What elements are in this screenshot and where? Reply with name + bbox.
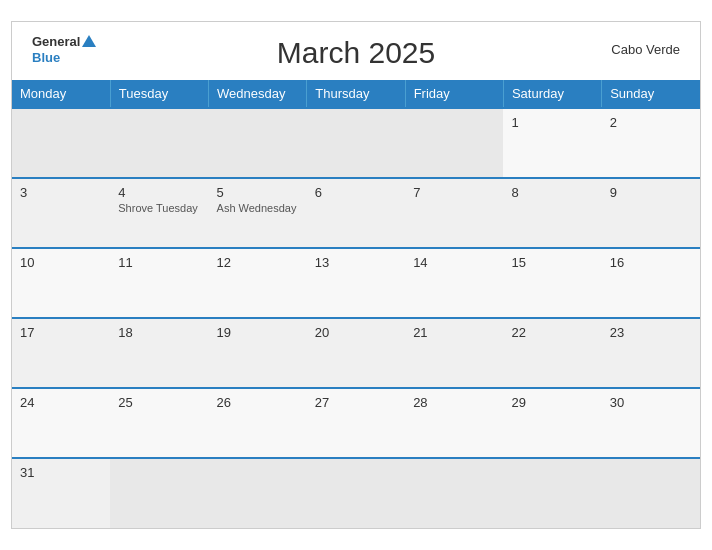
calendar-day-cell [307, 458, 405, 528]
calendar-day-cell: 1 [503, 108, 601, 178]
calendar-day-cell: 20 [307, 318, 405, 388]
calendar-day-cell: 25 [110, 388, 208, 458]
calendar-day-cell [110, 108, 208, 178]
day-number: 13 [315, 255, 397, 270]
calendar-day-cell: 8 [503, 178, 601, 248]
day-number: 19 [217, 325, 299, 340]
event-label: Shrove Tuesday [118, 202, 200, 214]
weekday-friday: Friday [405, 80, 503, 108]
weekday-saturday: Saturday [503, 80, 601, 108]
calendar-day-cell [307, 108, 405, 178]
calendar-day-cell: 21 [405, 318, 503, 388]
calendar-day-cell: 23 [602, 318, 700, 388]
calendar-week-row: 34Shrove Tuesday5Ash Wednesday6789 [12, 178, 700, 248]
calendar-day-cell: 3 [12, 178, 110, 248]
calendar-day-cell: 24 [12, 388, 110, 458]
calendar-week-row: 17181920212223 [12, 318, 700, 388]
calendar-header: General Blue March 2025 Cabo Verde [12, 22, 700, 80]
calendar-day-cell: 9 [602, 178, 700, 248]
calendar-day-cell: 27 [307, 388, 405, 458]
day-number: 26 [217, 395, 299, 410]
calendar-week-row: 10111213141516 [12, 248, 700, 318]
weekday-wednesday: Wednesday [209, 80, 307, 108]
weekday-monday: Monday [12, 80, 110, 108]
calendar-day-cell [12, 108, 110, 178]
calendar-day-cell: 19 [209, 318, 307, 388]
weekday-sunday: Sunday [602, 80, 700, 108]
calendar-week-row: 31 [12, 458, 700, 528]
calendar-day-cell: 4Shrove Tuesday [110, 178, 208, 248]
day-number: 7 [413, 185, 495, 200]
day-number: 29 [511, 395, 593, 410]
calendar-day-cell: 6 [307, 178, 405, 248]
weekday-tuesday: Tuesday [110, 80, 208, 108]
calendar-day-cell [209, 108, 307, 178]
calendar-day-cell: 2 [602, 108, 700, 178]
day-number: 8 [511, 185, 593, 200]
day-number: 15 [511, 255, 593, 270]
calendar-day-cell: 7 [405, 178, 503, 248]
calendar-day-cell [405, 108, 503, 178]
day-number: 28 [413, 395, 495, 410]
day-number: 30 [610, 395, 692, 410]
day-number: 1 [511, 115, 593, 130]
calendar-week-row: 24252627282930 [12, 388, 700, 458]
weekday-thursday: Thursday [307, 80, 405, 108]
day-number: 12 [217, 255, 299, 270]
day-number: 2 [610, 115, 692, 130]
calendar-day-cell: 5Ash Wednesday [209, 178, 307, 248]
calendar-day-cell: 31 [12, 458, 110, 528]
calendar-container: General Blue March 2025 Cabo Verde Monda… [11, 21, 701, 529]
calendar-day-cell: 13 [307, 248, 405, 318]
event-label: Ash Wednesday [217, 202, 299, 214]
calendar-day-cell: 29 [503, 388, 601, 458]
day-number: 22 [511, 325, 593, 340]
calendar-day-cell [209, 458, 307, 528]
calendar-week-row: 12 [12, 108, 700, 178]
logo-general: General [32, 34, 96, 50]
day-number: 21 [413, 325, 495, 340]
day-number: 9 [610, 185, 692, 200]
calendar-day-cell: 28 [405, 388, 503, 458]
calendar-day-cell: 11 [110, 248, 208, 318]
day-number: 18 [118, 325, 200, 340]
calendar-day-cell [503, 458, 601, 528]
day-number: 17 [20, 325, 102, 340]
day-number: 11 [118, 255, 200, 270]
day-number: 31 [20, 465, 102, 480]
calendar-day-cell: 15 [503, 248, 601, 318]
calendar-day-cell [405, 458, 503, 528]
day-number: 24 [20, 395, 102, 410]
logo: General Blue [32, 34, 96, 65]
calendar-day-cell [602, 458, 700, 528]
calendar-day-cell: 12 [209, 248, 307, 318]
day-number: 14 [413, 255, 495, 270]
calendar-day-cell: 14 [405, 248, 503, 318]
day-number: 20 [315, 325, 397, 340]
day-number: 10 [20, 255, 102, 270]
calendar-day-cell [110, 458, 208, 528]
calendar-body: 1234Shrove Tuesday5Ash Wednesday67891011… [12, 108, 700, 528]
country-label: Cabo Verde [611, 42, 680, 57]
calendar-grid: Monday Tuesday Wednesday Thursday Friday… [12, 80, 700, 528]
calendar-day-cell: 22 [503, 318, 601, 388]
day-number: 16 [610, 255, 692, 270]
logo-triangle-icon [82, 35, 96, 47]
day-number: 27 [315, 395, 397, 410]
calendar-title: March 2025 [277, 36, 435, 70]
calendar-day-cell: 10 [12, 248, 110, 318]
day-number: 5 [217, 185, 299, 200]
calendar-day-cell: 17 [12, 318, 110, 388]
day-number: 4 [118, 185, 200, 200]
day-number: 25 [118, 395, 200, 410]
day-number: 23 [610, 325, 692, 340]
logo-blue: Blue [32, 50, 60, 65]
day-number: 6 [315, 185, 397, 200]
calendar-day-cell: 26 [209, 388, 307, 458]
calendar-day-cell: 16 [602, 248, 700, 318]
calendar-header-row: Monday Tuesday Wednesday Thursday Friday… [12, 80, 700, 108]
calendar-day-cell: 30 [602, 388, 700, 458]
calendar-day-cell: 18 [110, 318, 208, 388]
day-number: 3 [20, 185, 102, 200]
